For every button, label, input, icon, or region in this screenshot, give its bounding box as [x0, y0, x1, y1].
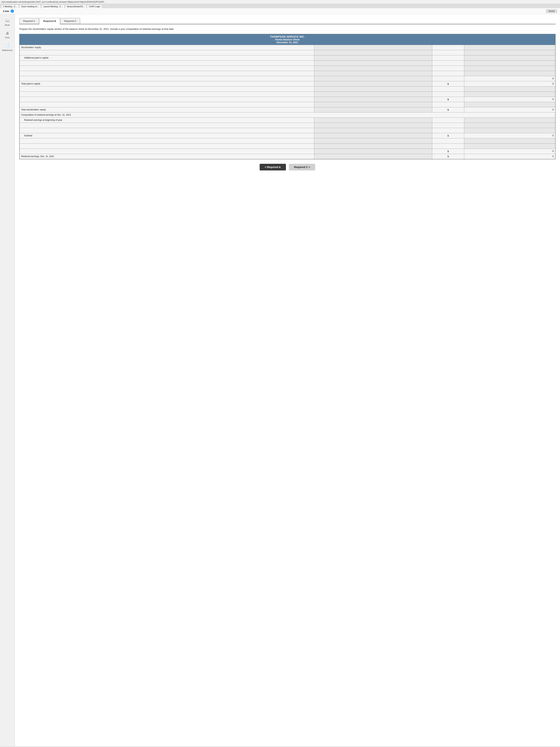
symbol-cell: [432, 50, 464, 55]
input-cell[interactable]: [314, 133, 432, 138]
input-label-cell[interactable]: [20, 60, 314, 66]
table-row: [20, 50, 555, 55]
sheet-type: Partial Balance Sheet: [20, 38, 555, 41]
input-label-cell[interactable]: [20, 102, 314, 107]
table-row: [20, 86, 555, 92]
table-row-retained-end: Retained earnings, Dec. 31, 2021 $ 0: [20, 154, 555, 159]
layout: 📖 Book 🖨 Print 📄 References Required A R…: [0, 14, 560, 746]
input-cell[interactable]: [314, 71, 432, 76]
input-label-cell[interactable]: [20, 66, 314, 71]
value-cell[interactable]: [464, 118, 555, 123]
symbol-cell: [432, 45, 464, 50]
value-cell[interactable]: [464, 71, 555, 76]
table-row: [20, 144, 555, 149]
table-row: [20, 102, 555, 107]
label-retained-start: Retained earnings at beginning of year: [20, 118, 314, 123]
tab-required-c[interactable]: Required C: [60, 18, 80, 24]
input-cell[interactable]: [314, 60, 432, 66]
sidebar-item-references[interactable]: 📄 References: [2, 43, 12, 51]
input-cell[interactable]: [314, 138, 432, 144]
sidebar-label-print: Print: [5, 36, 9, 39]
value-cell[interactable]: [464, 123, 555, 128]
input-cell[interactable]: [314, 97, 432, 102]
value-cell[interactable]: [464, 45, 555, 50]
input-label-cell[interactable]: [20, 50, 314, 55]
tab-meeting[interactable]: h Meeting - Z...: [1, 5, 19, 8]
symbol-cell: [432, 138, 464, 144]
sidebar-label-references: References: [2, 49, 12, 51]
input-cell[interactable]: [314, 144, 432, 149]
value-cell[interactable]: [464, 60, 555, 66]
value-cell[interactable]: [464, 55, 555, 60]
value-cell[interactable]: [464, 86, 555, 92]
table-row: [20, 92, 555, 97]
table-row-subtotal: Subtotal $ 0: [20, 133, 555, 138]
input-cell[interactable]: [314, 149, 432, 154]
input-cell[interactable]: [314, 107, 432, 112]
table-row-total-paid-in: Total paid-in capital $ 0: [20, 81, 555, 86]
value-cell[interactable]: [464, 138, 555, 144]
input-label-cell[interactable]: [20, 92, 314, 97]
value-cell[interactable]: [464, 50, 555, 55]
input-cell[interactable]: [314, 128, 432, 133]
input-cell[interactable]: [314, 118, 432, 123]
input-label-cell[interactable]: [20, 149, 314, 154]
input-cell[interactable]: [314, 86, 432, 92]
symbol-cell: $: [432, 81, 464, 86]
symbol-cell: [432, 60, 464, 66]
tab-library[interactable]: library.lol/main/33...: [65, 5, 87, 8]
book-icon: 📖: [5, 18, 10, 23]
input-cell[interactable]: [314, 154, 432, 159]
next-required-c-button[interactable]: Required C >: [289, 164, 315, 171]
input-label-cell[interactable]: [20, 97, 314, 102]
input-cell[interactable]: [314, 81, 432, 86]
table-row: [20, 128, 555, 133]
value-cell[interactable]: [464, 144, 555, 149]
symbol-cell: [432, 118, 464, 123]
value-cell[interactable]: [464, 92, 555, 97]
value-display: 0: [464, 76, 555, 81]
value-cell[interactable]: [464, 128, 555, 133]
sidebar-item-book[interactable]: 📖 Book: [5, 18, 10, 26]
input-cell[interactable]: [314, 123, 432, 128]
table-row: [20, 60, 555, 66]
input-label-cell[interactable]: [20, 144, 314, 149]
table-row: $ 0: [20, 149, 555, 154]
symbol-cell: $: [432, 133, 464, 138]
input-label-cell[interactable]: [20, 86, 314, 92]
info-icon[interactable]: i: [10, 9, 14, 13]
input-label-cell[interactable]: [20, 76, 314, 81]
input-cell[interactable]: [314, 45, 432, 50]
table-row: [20, 123, 555, 128]
input-label-cell[interactable]: [20, 123, 314, 128]
symbol-cell: $: [432, 107, 464, 112]
table-row: [20, 71, 555, 76]
tab-zoom[interactable]: Zoom meeting on...: [19, 5, 41, 8]
description-text: Prepare the stockholders' equity section…: [19, 27, 556, 31]
input-cell[interactable]: [314, 102, 432, 107]
tab-launch[interactable]: Launch Meeting - Z...: [41, 5, 64, 8]
tab-required-b[interactable]: Required B: [39, 18, 60, 24]
input-label-cell[interactable]: [20, 71, 314, 76]
tab-required-a[interactable]: Required A: [19, 18, 39, 24]
value-cell[interactable]: [464, 102, 555, 107]
label-subtotal: Subtotal: [20, 133, 314, 138]
prev-required-a-button[interactable]: < Required A: [260, 164, 286, 171]
value-display-3: 0: [464, 149, 555, 154]
main-content: Required A Required B Required C Prepare…: [15, 14, 560, 746]
input-cell[interactable]: [314, 66, 432, 71]
value-retained-end: 0: [464, 154, 555, 159]
input-label-cell[interactable]: [20, 138, 314, 144]
nav-buttons: < Required A Required C >: [19, 164, 556, 171]
sidebar-item-print[interactable]: 🖨 Print: [5, 31, 10, 39]
symbol-cell: [432, 92, 464, 97]
value-cell[interactable]: [464, 66, 555, 71]
input-label-cell[interactable]: [20, 128, 314, 133]
input-cell[interactable]: [314, 76, 432, 81]
input-cell[interactable]: [314, 50, 432, 55]
input-cell[interactable]: [314, 55, 432, 60]
input-cell[interactable]: [314, 92, 432, 97]
symbol-cell: [432, 128, 464, 133]
label-stockholders-equity: Stockholders' equity:: [20, 45, 314, 50]
tab-cuny[interactable]: CUNY Login: [87, 5, 102, 8]
